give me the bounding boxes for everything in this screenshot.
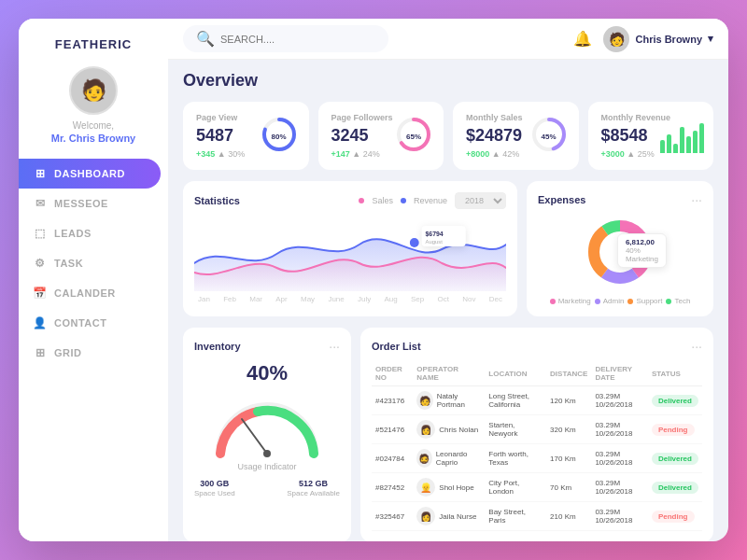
row-avatar: 👩 bbox=[416, 420, 435, 439]
user-profile: 🧑 Welcome, Mr. Chris Browny bbox=[51, 66, 135, 144]
wave-chart: $6794 August bbox=[194, 217, 506, 291]
delivery-date: 03.29M 10/26/2018 bbox=[591, 415, 648, 444]
nav-icon: ⊞ bbox=[34, 167, 47, 180]
wave-labels: JanFebMarAprMayJuneJulyAugSepOctNovDec bbox=[194, 295, 506, 303]
chart-legend: Sales Revenue 2018 bbox=[359, 192, 506, 209]
sidebar-item-contact[interactable]: 👤CONTACT bbox=[19, 308, 168, 338]
nav-icon: ⬚ bbox=[34, 227, 47, 240]
donut-container: 1 6,812,00 40% Marketing Marketin bbox=[538, 215, 702, 305]
chevron-down-icon: ▾ bbox=[708, 33, 713, 45]
order-header: Order List ··· bbox=[372, 339, 702, 354]
year-select[interactable]: 2018 bbox=[455, 192, 506, 209]
location: Forth worth, Texas bbox=[485, 444, 546, 473]
order-no: #325467 bbox=[372, 502, 413, 531]
stats-row: Page View 5487 +345 ▲ 30% 80% Page Follo… bbox=[183, 102, 713, 170]
status-badge: Delivered bbox=[652, 453, 698, 465]
operator-name: 👩Jaila Nurse bbox=[413, 502, 485, 531]
more-options-icon[interactable]: ··· bbox=[329, 339, 340, 354]
svg-line-15 bbox=[242, 419, 267, 454]
expenses-title: Expenses bbox=[538, 194, 585, 205]
distance: 70 Km bbox=[546, 473, 591, 502]
operator-name: 🧑Nataly Portman bbox=[413, 386, 485, 415]
nav-label: CALANDER bbox=[54, 287, 116, 299]
location: Long Street, California bbox=[485, 386, 546, 415]
page-title: Overview bbox=[183, 71, 713, 91]
avatar: 🧑 bbox=[69, 66, 118, 115]
search-input[interactable] bbox=[220, 34, 375, 45]
row-avatar: 👩 bbox=[416, 507, 435, 525]
legend-dot-revenue bbox=[401, 198, 406, 203]
nav-icon: ⊞ bbox=[34, 346, 47, 359]
search-bar[interactable]: 🔍 bbox=[183, 25, 388, 52]
stat-circle: 65% bbox=[395, 116, 432, 157]
row-avatar: 👱 bbox=[416, 478, 435, 497]
nav-label: CONTACT bbox=[54, 317, 106, 329]
delivery-date: 03.29M 10/26/2018 bbox=[591, 444, 648, 473]
table-row: #325467 👩Jaila Nurse Bay Street, Paris 2… bbox=[372, 502, 702, 531]
svg-text:$6794: $6794 bbox=[426, 231, 444, 238]
gauge-chart bbox=[206, 393, 328, 458]
gauge-labels: 300 GB Space Used 512 GB Space Available bbox=[194, 479, 340, 497]
nav-label: TASK bbox=[54, 258, 83, 269]
status-badge: Pending bbox=[652, 511, 695, 523]
order-no: #521476 bbox=[372, 415, 413, 444]
sidebar-item-task[interactable]: ⚙TASK bbox=[19, 248, 168, 278]
operator-name: 👱Shol Hope bbox=[413, 473, 485, 502]
charts-row: Statistics Sales Revenue 2018 bbox=[183, 181, 713, 316]
revenue-bar-chart bbox=[660, 119, 704, 153]
sidebar-item-dashboard[interactable]: ⊞DASHBOARD bbox=[19, 159, 161, 189]
expenses-header: Expenses ··· bbox=[538, 192, 702, 207]
topbar-right: 🔔 🧑 Chris Browny ▾ bbox=[573, 26, 713, 52]
username: Mr. Chris Browny bbox=[51, 133, 135, 144]
svg-point-6 bbox=[410, 238, 419, 247]
topbar: 🔍 🔔 🧑 Chris Browny ▾ bbox=[168, 19, 728, 60]
space-used: 300 GB Space Used bbox=[194, 479, 235, 497]
sidebar-item-calander[interactable]: 📅CALANDER bbox=[19, 278, 168, 308]
search-icon: 🔍 bbox=[196, 30, 215, 48]
table-row: #024784 🧔Leonardo Caprio Forth worth, Te… bbox=[372, 444, 702, 473]
row-avatar: 🧑 bbox=[416, 391, 432, 410]
expenses-card: Expenses ··· bbox=[527, 181, 713, 316]
sidebar-item-leads[interactable]: ⬚LEADS bbox=[19, 218, 168, 248]
legend-label-sales: Sales bbox=[372, 196, 393, 205]
gauge-container: Usage Indicator bbox=[194, 393, 340, 471]
main-content: 🔍 🔔 🧑 Chris Browny ▾ Overview Page View bbox=[168, 19, 728, 541]
table-row: #521476 👩Chris Nolan Starten, Newyork 32… bbox=[372, 415, 702, 444]
legend-support: Support bbox=[627, 297, 662, 305]
status-badge: Pending bbox=[652, 424, 695, 436]
order-title: Order List bbox=[372, 341, 421, 352]
sidebar-item-grid[interactable]: ⊞GRID bbox=[19, 338, 168, 368]
bottom-row: Inventory ··· 40% bbox=[183, 328, 713, 541]
topbar-username: Chris Browny bbox=[635, 34, 702, 45]
col-location: LOCATION bbox=[485, 361, 546, 386]
status-badge: Delivered bbox=[652, 395, 698, 407]
nav-icon: 📅 bbox=[34, 287, 47, 300]
status: Delivered bbox=[648, 473, 702, 502]
distance: 320 Km bbox=[546, 415, 591, 444]
bell-icon[interactable]: 🔔 bbox=[573, 30, 592, 48]
nav-label: GRID bbox=[54, 347, 82, 358]
col-operator: OPERATOR NAME bbox=[413, 361, 485, 386]
stat-sales: Monthly Sales $24879 +8000 ▲ 42% 45% bbox=[453, 102, 579, 170]
welcome-text: Welcome, bbox=[73, 120, 114, 131]
stat-page-view: Page View 5487 +345 ▲ 30% 80% bbox=[183, 102, 309, 170]
donut-chart: 1 6,812,00 40% Marketing bbox=[583, 215, 657, 289]
delivery-date: 03.29M 10/26/2018 bbox=[591, 386, 648, 415]
sidebar: FEATHERIC 🧑 Welcome, Mr. Chris Browny ⊞D… bbox=[19, 19, 168, 541]
sidebar-item-messeoe[interactable]: ✉MESSEOE bbox=[19, 189, 168, 218]
location: Bay Street, Paris bbox=[485, 502, 546, 531]
content-area: Overview Page View 5487 +345 ▲ 30% 80% bbox=[168, 60, 728, 541]
operator-name: 👩Chris Nolan bbox=[413, 415, 485, 444]
more-options-icon[interactable]: ··· bbox=[691, 339, 702, 354]
nav-label: LEADS bbox=[54, 228, 92, 239]
status: Pending bbox=[648, 415, 702, 444]
donut-legend: Marketing Admin Support bbox=[550, 297, 691, 305]
logo: FEATHERIC bbox=[55, 37, 132, 51]
topbar-user[interactable]: 🧑 Chris Browny ▾ bbox=[603, 26, 713, 52]
gauge-title: Usage Indicator bbox=[237, 462, 296, 471]
nav-menu: ⊞DASHBOARD✉MESSEOE⬚LEADS⚙TASK📅CALANDER👤C… bbox=[19, 159, 168, 368]
chart-header: Statistics Sales Revenue 2018 bbox=[194, 192, 506, 209]
stat-circle: 45% bbox=[530, 116, 568, 157]
distance: 210 Km bbox=[546, 502, 591, 531]
more-options-icon[interactable]: ··· bbox=[691, 192, 702, 207]
